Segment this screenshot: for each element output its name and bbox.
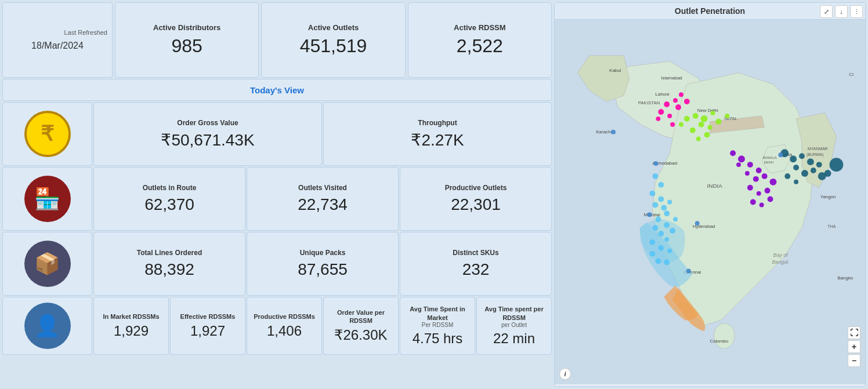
svg-point-78: [830, 158, 844, 172]
svg-text:Lahore: Lahore: [655, 92, 670, 97]
active-distributors-label: Active Distributors: [153, 23, 220, 32]
outlets-visited-cell: Outlets Visited 22,734: [247, 167, 399, 231]
svg-text:Yangon: Yangon: [820, 194, 836, 199]
avg-time-market-cell: Avg Time Spent in Market Per RDSSM 4.75 …: [400, 297, 475, 355]
svg-point-67: [768, 197, 773, 202]
active-rdssm-card: Active RDSSM 2,522: [408, 2, 552, 78]
last-refreshed-date: 18/Mar/2024: [31, 41, 84, 51]
svg-point-79: [784, 173, 790, 179]
outlets-visited-label: Outlets Visited: [298, 184, 347, 192]
download-icon-button[interactable]: ↓: [835, 5, 848, 18]
svg-point-63: [747, 185, 753, 191]
map-area[interactable]: Bay of Bengal Kabul Islamabad Lahore New…: [555, 20, 865, 384]
expand-icon-button[interactable]: ⤢: [820, 5, 833, 18]
svg-point-51: [656, 117, 660, 121]
order-gross-value: ₹50,671.43K: [161, 130, 254, 150]
svg-point-60: [770, 179, 777, 186]
todays-view-label: Today's View: [250, 85, 304, 95]
avg-time-market-sublabel: Per RDSSM: [422, 322, 453, 328]
svg-point-38: [725, 114, 729, 118]
effective-rdssm-cell: Effective RDSSMs 1,927: [170, 297, 245, 355]
rupee-icon: ₹: [24, 111, 71, 157]
svg-point-83: [649, 191, 655, 197]
order-gross-value-cell: Order Gross Value ₹50,671.43K: [93, 102, 322, 166]
outlets-in-route-cell: Outlets in Route 62,370: [93, 167, 245, 231]
total-lines-value: 88,392: [144, 260, 194, 279]
svg-point-102: [611, 130, 616, 134]
svg-text:MYANMAR: MYANMAR: [808, 147, 828, 151]
svg-point-104: [648, 212, 652, 217]
svg-text:Bay of: Bay of: [773, 252, 789, 258]
box-icon-cell: 📦: [2, 232, 92, 296]
svg-point-99: [649, 251, 655, 257]
avg-time-market-label: Avg Time Spent in Market: [404, 305, 471, 322]
svg-point-75: [811, 168, 816, 173]
active-outlets-card: Active Outlets 451,519: [261, 2, 405, 78]
fullscreen-button[interactable]: ⛶: [848, 326, 860, 339]
avg-time-outlet-cell: Avg Time spent per RDSSM per Outlet 22 m…: [476, 297, 552, 355]
throughput-value: ₹2.27K: [411, 130, 464, 150]
svg-point-43: [684, 116, 690, 122]
order-value-per-rdssm-value: ₹26.30K: [334, 327, 387, 343]
active-distributors-card: Active Distributors 985: [115, 2, 259, 78]
svg-point-69: [790, 155, 797, 162]
svg-point-39: [690, 128, 696, 133]
productive-outlets-value: 22,301: [451, 195, 501, 214]
map-panel: Outlet Penetration ⤢ ↓ ⋮: [554, 2, 866, 387]
svg-point-34: [710, 111, 715, 115]
last-refreshed-label: Last Refreshed: [64, 29, 107, 36]
svg-text:Islamabad: Islamabad: [661, 75, 682, 81]
more-options-button[interactable]: ⋮: [850, 5, 863, 18]
svg-point-80: [794, 180, 798, 184]
active-outlets-value: 451,519: [300, 35, 367, 57]
productive-outlets-cell: Productive Outlets 22,301: [400, 167, 552, 231]
active-rdssm-label: Active RDSSM: [454, 23, 506, 32]
left-panel: Last Refreshed 18/Mar/2024 Active Distri…: [0, 0, 554, 389]
info-icon: i: [564, 370, 566, 377]
distinct-skus-cell: Distinct SKUs 232: [400, 232, 552, 296]
svg-text:Bengal: Bengal: [772, 259, 789, 265]
svg-point-72: [816, 162, 822, 168]
productive-outlets-label: Productive Outlets: [445, 184, 507, 192]
map-svg: Bay of Bengal Kabul Islamabad Lahore New…: [555, 20, 865, 384]
svg-point-93: [658, 231, 664, 237]
svg-point-106: [686, 268, 691, 273]
box-icon: 📦: [24, 241, 71, 287]
productive-rdssm-value: 1,406: [267, 323, 302, 339]
zoom-out-button[interactable]: −: [848, 354, 860, 367]
svg-point-48: [675, 104, 681, 110]
svg-point-4: [714, 323, 735, 349]
svg-point-86: [661, 205, 667, 210]
svg-point-62: [757, 191, 761, 196]
dashboard: Last Refreshed 18/Mar/2024 Active Distri…: [0, 0, 868, 389]
svg-point-89: [655, 216, 661, 222]
order-value-per-rdssm-cell: Order Value per RDSSM ₹26.30K: [323, 297, 399, 355]
svg-point-56: [756, 168, 762, 173]
svg-text:THA: THA: [828, 224, 836, 228]
map-info-button[interactable]: i: [559, 368, 571, 380]
svg-point-91: [673, 217, 678, 221]
svg-point-77: [824, 170, 831, 177]
person-icon-cell: 👤: [2, 297, 92, 355]
svg-point-92: [652, 225, 658, 231]
avg-time-market-value: 4.75 hrs: [413, 330, 463, 347]
svg-point-94: [664, 237, 669, 242]
in-market-rdssm-label: In Market RDSSMs: [103, 312, 159, 321]
svg-text:INDIA: INDIA: [707, 183, 723, 189]
svg-text:Kabul: Kabul: [609, 68, 621, 73]
svg-text:New Delhi: New Delhi: [697, 108, 718, 113]
store-icon: 🏪: [24, 176, 71, 222]
avg-time-outlet-sublabel: per Outlet: [501, 322, 527, 328]
svg-text:DESH: DESH: [764, 161, 774, 164]
order-value-per-rdssm-label: Order Value per RDSSM: [327, 308, 395, 325]
bottom-row: 👤 In Market RDSSMs 1,929 Effective RDSSM…: [2, 297, 552, 355]
active-outlets-label: Active Outlets: [308, 23, 359, 32]
productive-rdssm-label: Productive RDSSMs: [254, 312, 315, 321]
unique-packs-label: Unique Packs: [300, 249, 346, 257]
row1: ₹ Order Gross Value ₹50,671.43K Throughp…: [2, 102, 552, 166]
zoom-in-button[interactable]: +: [848, 340, 860, 353]
svg-point-105: [695, 221, 700, 226]
throughput-cell: Throughput ₹2.27K: [323, 102, 552, 166]
svg-point-90: [664, 222, 670, 228]
svg-point-71: [807, 158, 814, 165]
